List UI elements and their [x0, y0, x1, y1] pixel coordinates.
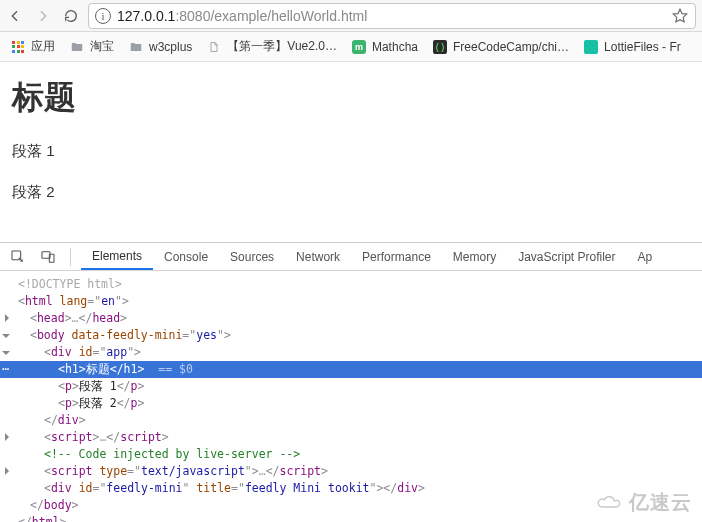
svg-rect-1	[42, 251, 50, 258]
paragraph: 段落 1	[12, 142, 690, 161]
bookmark-item[interactable]: LottieFiles - Fr	[583, 39, 681, 55]
forward-button[interactable]	[32, 5, 54, 27]
dom-line[interactable]: </div>	[0, 412, 702, 429]
dom-line[interactable]: <body data-feedly-mini="yes">	[0, 327, 702, 344]
dom-line[interactable]: <head>…</head>	[0, 310, 702, 327]
tab-console[interactable]: Console	[153, 243, 219, 270]
separator	[70, 248, 71, 266]
bookmark-star-icon[interactable]	[671, 7, 689, 25]
expand-caret-icon[interactable]	[5, 467, 9, 475]
expand-caret-icon[interactable]	[2, 334, 10, 338]
devtools-toolbar: Elements Console Sources Network Perform…	[0, 243, 702, 271]
address-bar[interactable]: i 127.0.0.1:8080/example/helloWorld.html	[88, 3, 696, 29]
device-toggle-icon[interactable]	[36, 245, 60, 269]
favicon: ( )	[432, 39, 448, 55]
bookmark-item[interactable]: m Mathcha	[351, 39, 418, 55]
file-icon	[206, 39, 222, 55]
elements-tree[interactable]: <!DOCTYPE html> <html lang="en"> <head>……	[0, 271, 702, 522]
favicon	[583, 39, 599, 55]
devtools-tabs: Elements Console Sources Network Perform…	[81, 243, 663, 270]
reload-button[interactable]	[60, 5, 82, 27]
apps-label: 应用	[31, 38, 55, 55]
page-heading: 标题	[12, 76, 690, 120]
site-info-icon[interactable]: i	[95, 8, 111, 24]
devtools-panel: Elements Console Sources Network Perform…	[0, 242, 702, 522]
inspect-element-icon[interactable]	[6, 245, 30, 269]
expand-caret-icon[interactable]	[5, 314, 9, 322]
tab-network[interactable]: Network	[285, 243, 351, 270]
dom-line[interactable]: <!-- Code injected by live-server -->	[0, 446, 702, 463]
tab-elements[interactable]: Elements	[81, 243, 153, 270]
bookmark-item[interactable]: 【第一季】Vue2.0…	[206, 38, 337, 55]
tab-performance[interactable]: Performance	[351, 243, 442, 270]
apps-shortcut[interactable]: 应用	[10, 38, 55, 55]
dom-line[interactable]: <!DOCTYPE html>	[0, 276, 702, 293]
watermark: 亿速云	[593, 489, 692, 516]
tab-memory[interactable]: Memory	[442, 243, 507, 270]
tab-application[interactable]: Ap	[627, 243, 664, 270]
bookmark-item[interactable]: w3cplus	[128, 39, 192, 55]
tab-sources[interactable]: Sources	[219, 243, 285, 270]
dom-line[interactable]: <html lang="en">	[0, 293, 702, 310]
dom-line[interactable]: <div id="app">	[0, 344, 702, 361]
expand-caret-icon[interactable]	[5, 433, 9, 441]
tab-profiler[interactable]: JavaScript Profiler	[507, 243, 626, 270]
dom-line-selected[interactable]: <h1>标题</h1> == $0	[0, 361, 702, 378]
dom-line[interactable]: <p>段落 1</p>	[0, 378, 702, 395]
url-text: 127.0.0.1:8080/example/helloWorld.html	[117, 8, 367, 24]
folder-icon	[128, 39, 144, 55]
back-button[interactable]	[4, 5, 26, 27]
browser-toolbar: i 127.0.0.1:8080/example/helloWorld.html	[0, 0, 702, 32]
apps-icon	[10, 39, 26, 55]
bookmark-item[interactable]: ( ) FreeCodeCamp/chi…	[432, 39, 569, 55]
dom-line[interactable]: <script type="text/javascript">…</script…	[0, 463, 702, 480]
dom-line[interactable]: <p>段落 2</p>	[0, 395, 702, 412]
bookmarks-bar: 应用 淘宝 w3cplus 【第一季】Vue2.0… m Mathcha ( )…	[0, 32, 702, 62]
folder-icon	[69, 39, 85, 55]
bookmark-item[interactable]: 淘宝	[69, 38, 114, 55]
paragraph: 段落 2	[12, 183, 690, 202]
cloud-icon	[593, 492, 625, 514]
page-content: 标题 段落 1 段落 2	[0, 62, 702, 242]
dom-line[interactable]: <script>…</script>	[0, 429, 702, 446]
expand-caret-icon[interactable]	[2, 351, 10, 355]
favicon: m	[351, 39, 367, 55]
